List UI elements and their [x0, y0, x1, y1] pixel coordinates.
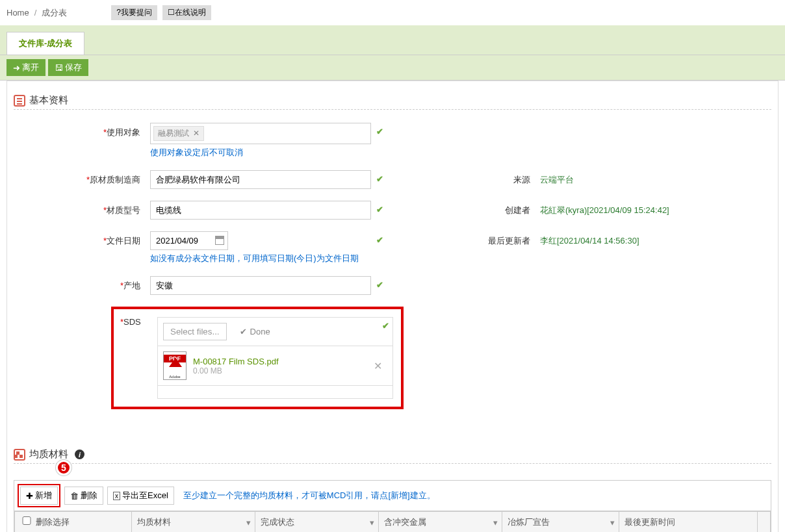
select-files-button[interactable]: Select files... — [163, 323, 227, 340]
label-source: 来源 — [410, 170, 540, 186]
plus-icon: ✚ — [26, 491, 33, 501]
filter-icon[interactable]: ▾ — [370, 518, 374, 527]
tab-file-library[interactable]: 文件库-成分表 — [6, 32, 84, 55]
export-excel-button[interactable]: x 导出至Excel — [107, 487, 174, 505]
field-origin: ✔ — [150, 276, 410, 295]
save-button[interactable]: 🖫 保存 — [48, 59, 88, 76]
calendar-icon[interactable] — [215, 236, 224, 245]
field-manufacturer: ✔ — [150, 170, 410, 189]
value-source: 云端平台 — [540, 170, 765, 186]
model-input[interactable] — [150, 201, 371, 220]
table-toolbar: ✚ 新增 🗑 删除 x 导出至Excel 至少建立一个完整的均质材料，才可被MC… — [14, 480, 771, 511]
check-icon: ✔ — [376, 174, 383, 184]
breadcrumb-separator: / — [34, 8, 37, 18]
leave-button[interactable]: ➜ 离开 — [6, 59, 45, 76]
save-icon: 🖫 — [55, 63, 63, 73]
check-icon: ✔ — [376, 127, 383, 136]
file-info: M-00817 Film SDS.pdf 0.00 MB — [193, 357, 362, 375]
form-grid: 3 *使用对象 融易測試 ✕ ✔ 使用对象设定后不可取消 *原材质制造商 ✔ 来… — [14, 123, 771, 409]
filter-icon[interactable]: ▾ — [610, 518, 615, 527]
target-hint: 使用对象设定后不可取消 — [150, 147, 410, 158]
label-model: *材质型号 — [20, 201, 150, 216]
field-sds: *SDS ✔ Select files... ✔ Done PDF — [150, 307, 410, 409]
label-date: *文件日期 — [20, 231, 150, 247]
col-conflict[interactable]: 含冲突金属 ▾ — [379, 512, 502, 533]
label-origin: *产地 — [20, 276, 150, 292]
field-model: ✔ — [150, 201, 410, 220]
action-bar: ➜ 离开 🖫 保存 — [0, 55, 785, 81]
manufacturer-input[interactable] — [150, 170, 371, 189]
target-tag: 融易測試 ✕ — [153, 126, 204, 141]
filter-icon[interactable]: ▾ — [493, 518, 498, 527]
tree-icon — [14, 449, 25, 461]
check-icon: ✔ — [376, 280, 383, 290]
tag-remove-icon[interactable]: ✕ — [193, 129, 199, 138]
breadcrumb-current: 成分表 — [42, 7, 67, 19]
material-table: 删除选择 均质材料 ▾ 完成状态 ▾ 含冲突金属 ▾ — [14, 511, 771, 532]
section-material-title: 均质材料 — [29, 448, 68, 461]
label-updater: 最后更新者 — [410, 231, 540, 247]
check-icon: ✔ — [240, 327, 247, 336]
file-list-item: PDF Adobe M-00817 Film SDS.pdf 0.00 MB ✕ — [157, 346, 393, 386]
excel-icon: x — [113, 492, 120, 500]
select-all-checkbox[interactable] — [20, 516, 33, 525]
info-icon[interactable]: i — [75, 450, 84, 459]
breadcrumb-home-link[interactable]: Home — [6, 8, 29, 18]
col-select[interactable]: 删除选择 — [15, 512, 132, 533]
check-icon: ✔ — [376, 235, 383, 245]
col-material[interactable]: 均质材料 ▾ — [132, 512, 255, 533]
file-name[interactable]: M-00817 Film SDS.pdf — [193, 357, 362, 366]
col-status[interactable]: 完成状态 ▾ — [255, 512, 379, 533]
leave-button-label: 离开 — [22, 62, 39, 73]
value-updater: 李红[2021/04/14 14:56:30] — [540, 231, 765, 247]
breadcrumb: Home / 成分表 ?我要提问 ☐在线说明 — [0, 0, 785, 25]
file-picker: Select files... ✔ Done — [157, 317, 393, 346]
section-material: 均质材料 i 5 ✚ 新增 🗑 删除 x 导出至Excel 至少建立一个完整的均… — [14, 448, 771, 532]
toolbar-hint: 至少建立一个完整的均质材料，才可被MCD引用，请点[新增]建立。 — [183, 490, 435, 501]
sds-box-highlight: *SDS ✔ Select files... ✔ Done PDF — [111, 307, 404, 409]
check-icon: ✔ — [382, 321, 389, 331]
ask-question-button[interactable]: ?我要提问 — [111, 5, 157, 20]
tab-bar: 文件库-成分表 — [0, 25, 785, 55]
content-panel: 基本资料 3 *使用对象 融易測試 ✕ ✔ 使用对象设定后不可取消 *原材质制造… — [6, 81, 779, 532]
col-updated[interactable]: 最後更新时间 — [619, 512, 758, 533]
value-creator: 花紅翠(kyra)[2021/04/09 15:24:42] — [540, 201, 765, 216]
field-target: 融易測試 ✕ ✔ 使用对象设定后不可取消 — [150, 123, 410, 158]
trash-icon: 🗑 — [70, 491, 79, 501]
add-button[interactable]: ✚ 新增 — [20, 487, 58, 505]
section-basic-title: 基本资料 — [29, 94, 68, 107]
file-remove-icon[interactable]: ✕ — [368, 360, 387, 372]
label-target: 3 *使用对象 — [20, 123, 150, 138]
callout-badge-5: 5 — [56, 460, 71, 475]
arrow-right-icon: ➜ — [13, 63, 20, 73]
save-button-label: 保存 — [65, 62, 82, 73]
section-basic-header: 基本资料 — [14, 94, 771, 110]
pdf-icon: PDF Adobe — [163, 351, 187, 380]
done-status: ✔ Done — [240, 327, 270, 336]
file-size: 0.00 MB — [193, 366, 362, 375]
check-icon: ✔ — [376, 205, 383, 214]
list-icon — [14, 95, 25, 107]
field-date: ✔ 如没有成分表文件日期，可用填写日期(今日)为文件日期 — [150, 231, 410, 264]
col-scroll — [758, 512, 771, 533]
delete-button[interactable]: 🗑 删除 — [64, 487, 103, 505]
table-area: 删除选择 均质材料 ▾ 完成状态 ▾ 含冲突金属 ▾ — [14, 511, 771, 532]
date-hint: 如没有成分表文件日期，可用填写日期(今日)为文件日期 — [150, 253, 410, 264]
col-smelter[interactable]: 冶炼厂宣告 ▾ — [502, 512, 619, 533]
filter-icon[interactable]: ▾ — [246, 518, 251, 527]
label-creator: 创建者 — [410, 201, 540, 216]
origin-input[interactable] — [150, 276, 371, 295]
label-manufacturer: *原材质制造商 — [20, 170, 150, 186]
section-material-header: 均质材料 i 5 — [14, 448, 771, 464]
online-help-button[interactable]: ☐在线说明 — [162, 5, 211, 20]
add-button-highlight: ✚ 新增 — [18, 484, 60, 507]
target-taginput[interactable]: 融易測試 ✕ — [150, 123, 371, 144]
